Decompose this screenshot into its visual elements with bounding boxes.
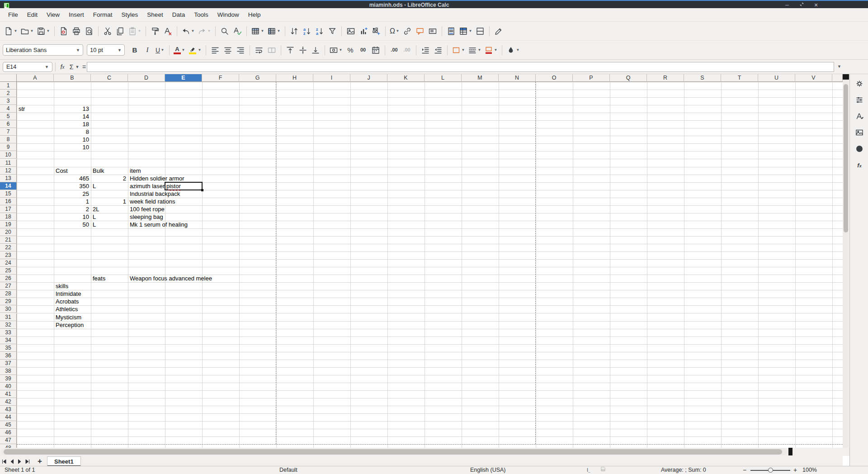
cell-B8[interactable]: 10 — [54, 137, 89, 143]
column-header-J[interactable]: J — [350, 74, 387, 82]
row-header-22[interactable]: 22 — [0, 244, 17, 251]
cell-D17[interactable]: 100 feet rope — [130, 206, 165, 213]
align-center-icon[interactable] — [222, 44, 234, 57]
cell-B28[interactable]: Intimidate — [56, 291, 81, 297]
format-as-currency-icon[interactable]: ▼ — [328, 44, 344, 57]
menu-view[interactable]: View — [42, 8, 64, 21]
row-header-11[interactable]: 11 — [0, 159, 17, 167]
row-header-21[interactable]: 21 — [0, 236, 17, 244]
row-header-28[interactable]: 28 — [0, 290, 17, 298]
properties-deck-icon[interactable] — [854, 94, 865, 106]
undo-icon[interactable]: ▼ — [180, 25, 196, 38]
cell-C16[interactable]: 1 — [91, 199, 126, 205]
headers-and-footers-icon[interactable] — [445, 25, 457, 38]
restore-icon[interactable] — [798, 2, 805, 8]
row-header-38[interactable]: 38 — [0, 367, 17, 375]
row-header-24[interactable]: 24 — [0, 259, 17, 267]
column-header-C[interactable]: C — [91, 74, 128, 82]
border-color-icon[interactable]: ▼ — [483, 44, 499, 57]
menu-help[interactable]: Help — [244, 8, 265, 21]
row-header-20[interactable]: 20 — [0, 228, 17, 236]
show-draw-functions-icon[interactable] — [493, 25, 505, 38]
row-header-6[interactable]: 6 — [0, 120, 17, 128]
column-header-Q[interactable]: Q — [610, 74, 647, 82]
row-header-30[interactable]: 30 — [0, 305, 17, 313]
row-header-8[interactable]: 8 — [0, 136, 17, 143]
column-header-K[interactable]: K — [387, 74, 425, 82]
chevron-down-icon[interactable]: ▼ — [137, 29, 142, 33]
cell-B32[interactable]: Perception — [56, 322, 84, 328]
row-header-19[interactable]: 19 — [0, 221, 17, 228]
column-header-B[interactable]: B — [54, 74, 91, 82]
language[interactable]: English (USA) — [470, 466, 506, 474]
horizontal-pane-splitter[interactable] — [788, 448, 793, 455]
row-header-34[interactable]: 34 — [0, 337, 17, 344]
select-all-corner[interactable] — [0, 74, 17, 82]
italic-icon[interactable]: I — [142, 44, 153, 57]
row-header-42[interactable]: 42 — [0, 398, 17, 406]
save-icon[interactable]: ▼ — [36, 25, 51, 38]
sidebar-settings-icon[interactable] — [854, 78, 865, 90]
split-window-icon[interactable] — [474, 25, 486, 38]
background-color-icon[interactable]: ▼ — [505, 44, 521, 57]
row-header-16[interactable]: 16 — [0, 198, 17, 205]
open-file-icon[interactable]: ▼ — [19, 25, 35, 38]
cell-D12[interactable]: item — [130, 168, 141, 174]
underline-icon[interactable]: U▼ — [154, 44, 166, 57]
cell-B27[interactable]: skills — [56, 283, 68, 289]
sort-descending-icon[interactable]: za — [314, 25, 326, 38]
clone-formatting-icon[interactable] — [149, 25, 161, 38]
row-header-29[interactable]: 29 — [0, 298, 17, 305]
horizontal-scrollbar[interactable] — [1, 448, 788, 455]
row-header-41[interactable]: 41 — [0, 390, 17, 398]
cell-C19[interactable]: L — [93, 222, 96, 228]
menu-sheet[interactable]: Sheet — [142, 8, 167, 21]
highlighting-color-icon[interactable]: ▼ — [187, 44, 203, 57]
menu-tools[interactable]: Tools — [189, 8, 213, 21]
align-right-icon[interactable] — [235, 44, 246, 57]
row-header-10[interactable]: 10 — [0, 151, 17, 159]
cell-D19[interactable]: Mk 1 serum of healing — [130, 222, 188, 228]
column-header-S[interactable]: S — [684, 74, 721, 82]
chevron-down-icon[interactable]: ▼ — [468, 29, 472, 33]
row-header-46[interactable]: 46 — [0, 429, 17, 436]
columns-icon[interactable]: ▼ — [266, 25, 282, 38]
function-wizard-icon[interactable]: fx — [58, 62, 67, 72]
row-header-1[interactable]: 1 — [0, 82, 17, 90]
chevron-down-icon[interactable]: ▼ — [75, 62, 80, 72]
chevron-down-icon[interactable]: ▼ — [494, 48, 498, 52]
equals-icon[interactable]: = — [81, 62, 87, 72]
row-header-39[interactable]: 39 — [0, 375, 17, 383]
cell-C17[interactable]: 2L — [93, 206, 99, 213]
freeze-rows-and-columns-icon[interactable]: ▼ — [458, 25, 473, 38]
cell-B18[interactable]: 10 — [54, 214, 89, 220]
row-header-43[interactable]: 43 — [0, 406, 17, 413]
sort-ascending-icon[interactable]: az — [301, 25, 313, 38]
row-header-48[interactable]: 48 — [0, 444, 17, 448]
sort-icon[interactable] — [288, 25, 300, 38]
expand-formula-bar-icon[interactable]: ▼ — [837, 64, 841, 69]
cell-B14[interactable]: 350 — [54, 183, 89, 190]
menu-styles[interactable]: Styles — [117, 8, 143, 21]
chevron-down-icon[interactable]: ▼ — [46, 29, 50, 33]
row-header-36[interactable]: 36 — [0, 352, 17, 360]
row-header-2[interactable]: 2 — [0, 90, 17, 97]
spelling-icon[interactable] — [231, 25, 243, 38]
column-header-E[interactable]: E — [165, 74, 202, 82]
print-icon[interactable] — [71, 25, 82, 38]
row-header-12[interactable]: 12 — [0, 167, 17, 175]
insert-hyperlink-icon[interactable] — [401, 25, 413, 38]
column-header-T[interactable]: T — [721, 74, 758, 82]
vertical-scrollbar-thumb[interactable] — [844, 84, 848, 232]
row-header-31[interactable]: 31 — [0, 313, 17, 321]
column-header-G[interactable]: G — [239, 74, 276, 82]
cell-B15[interactable]: 25 — [54, 191, 89, 197]
gallery-deck-icon[interactable] — [854, 127, 865, 138]
row-header-27[interactable]: 27 — [0, 282, 17, 290]
close-icon[interactable]: ✕ — [813, 2, 819, 8]
cell-C12[interactable]: Bulk — [93, 168, 104, 174]
cut-icon[interactable] — [102, 25, 113, 38]
row-header-47[interactable]: 47 — [0, 436, 17, 444]
cell-B13[interactable]: 465 — [54, 175, 89, 182]
row-header-44[interactable]: 44 — [0, 413, 17, 421]
